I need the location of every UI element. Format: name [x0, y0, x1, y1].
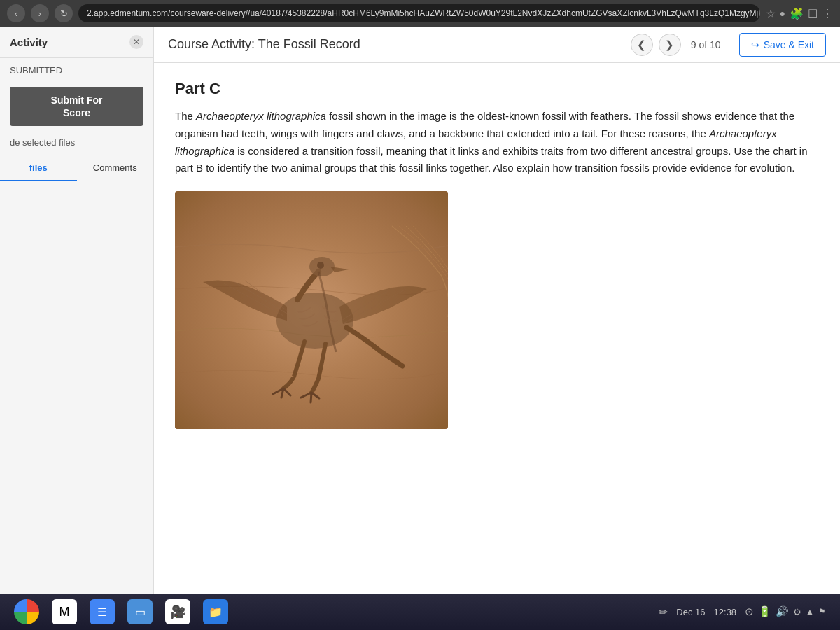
taskbar-right: ✏ Dec 16 12:38 ⊙ 🔋 🔊 ⚙ ▲ ⚑ [659, 606, 826, 619]
taskbar: M ☰ ▭ 🎥 📁 ✏ Dec 16 12:38 ⊙ 🔋 🔊 ⚙ ▲ [0, 594, 840, 630]
content-body: Part C The Archaeopteryx lithographica f… [154, 63, 840, 594]
sidebar-tabs: files Comments [0, 155, 153, 181]
taskbar-meet[interactable]: 🎥 [165, 599, 190, 624]
taskbar-pen-icon: ✏ [659, 606, 668, 619]
flag-icon: ⚑ [818, 607, 826, 617]
taskbar-files[interactable]: 📁 [203, 599, 228, 624]
battery-icon: 🔋 [758, 606, 771, 618]
submit-for-score-button[interactable]: Submit ForScore [10, 87, 144, 126]
page-counter: 9 of 10 [691, 39, 721, 50]
taskbar-time: 12:38 [714, 607, 737, 617]
sidebar: Activity ✕ SUBMITTED Submit ForScore de … [0, 27, 154, 594]
volume-icon: 🔊 [776, 606, 789, 618]
save-exit-icon: ↪ [751, 39, 760, 50]
tab-files[interactable]: files [0, 155, 77, 181]
next-page-button[interactable]: ❯ [659, 34, 681, 56]
save-exit-button[interactable]: ↪ Save & Exit [739, 33, 826, 57]
signal-icon: ▲ [806, 607, 814, 617]
browser-back-button[interactable]: ‹ [7, 4, 25, 22]
browser-frame: ‹ › ↻ 2.app.edmentum.com/courseware-deli… [0, 0, 840, 630]
course-activity-title: Course Activity: The Fossil Record [168, 37, 631, 52]
address-bar[interactable]: 2.app.edmentum.com/courseware-delivery//… [78, 4, 760, 22]
fossil-svg [175, 191, 448, 429]
browser-refresh-button[interactable]: ↻ [55, 4, 73, 22]
bookmark-icon[interactable]: ☆ [766, 7, 776, 20]
sidebar-status: SUBMITTED [0, 58, 153, 83]
selected-files-label: de selected files [0, 130, 153, 155]
sidebar-title: Activity [10, 36, 130, 48]
taskbar-docs[interactable]: ☰ [90, 599, 115, 624]
fossil-image [175, 191, 448, 429]
taskbar-slides[interactable]: ▭ [127, 599, 153, 624]
taskbar-chrome[interactable] [14, 599, 39, 624]
browser-forward-button[interactable]: › [31, 4, 49, 22]
part-title: Part C [175, 80, 819, 98]
wifi-icon: ⊙ [745, 606, 754, 618]
content-paragraph: The Archaeopteryx lithographica fossil s… [175, 108, 819, 177]
svg-point-3 [317, 262, 324, 269]
settings-status-icon[interactable]: ⚙ [793, 607, 802, 617]
browser-toolbar: ‹ › ↻ 2.app.edmentum.com/courseware-deli… [0, 0, 840, 27]
taskbar-status-icons: ⊙ 🔋 🔊 ⚙ ▲ ⚑ [745, 606, 826, 618]
content-topbar: Course Activity: The Fossil Record ❮ ❯ 9… [154, 27, 840, 63]
taskbar-gmail[interactable]: M [52, 599, 77, 624]
menu-icon[interactable]: ⋮ [822, 7, 833, 20]
window-icon[interactable]: ☐ [808, 7, 818, 20]
sidebar-header: Activity ✕ [0, 27, 153, 58]
tab-comments[interactable]: Comments [77, 155, 154, 181]
prev-page-button[interactable]: ❮ [631, 34, 653, 56]
nav-controls: ❮ ❯ 9 of 10 ↪ Save & Exit [631, 33, 826, 57]
submit-button-label: Submit ForScore [51, 94, 103, 118]
browser-action-icons: ☆ ● 🧩 ☐ ⋮ [766, 7, 833, 20]
save-exit-label: Save & Exit [764, 39, 814, 50]
profile-icon[interactable]: ● [780, 8, 785, 19]
extension-icon[interactable]: 🧩 [790, 7, 804, 20]
content-area: Course Activity: The Fossil Record ❮ ❯ 9… [154, 27, 840, 594]
main-content: Activity ✕ SUBMITTED Submit ForScore de … [0, 27, 840, 594]
taskbar-date: Dec 16 [676, 607, 705, 617]
sidebar-close-button[interactable]: ✕ [130, 35, 144, 49]
url-text: 2.app.edmentum.com/courseware-delivery//… [87, 8, 760, 18]
